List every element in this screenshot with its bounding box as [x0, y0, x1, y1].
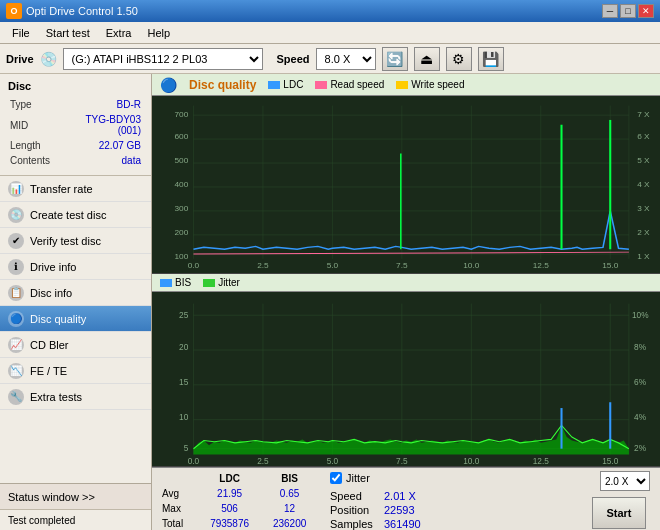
svg-text:5 X: 5 X	[637, 156, 650, 165]
avg-row-label: Avg	[158, 486, 198, 501]
total-row-label: Total	[158, 516, 198, 530]
sidebar-nav: 📊 Transfer rate 💿 Create test disc ✔ Ver…	[0, 176, 151, 483]
svg-text:0.0: 0.0	[188, 456, 200, 467]
nav-disc-info-label: Disc info	[30, 287, 72, 299]
menu-extra[interactable]: Extra	[98, 25, 140, 41]
save-button[interactable]: 💾	[478, 47, 504, 71]
mid-value: TYG-BDY03 (001)	[72, 113, 141, 137]
maximize-button[interactable]: □	[620, 4, 636, 18]
position-value: 22593	[384, 504, 415, 516]
disc-info-panel: Disc Type BD-R MID TYG-BDY03 (001) Lengt…	[0, 74, 151, 176]
nav-extra-tests[interactable]: 🔧 Extra tests	[0, 384, 151, 410]
bis-chart: 5 10 15 20 25 2% 4% 6% 8% 10% 0.0 2.5 5.…	[152, 292, 660, 467]
nav-disc-quality[interactable]: 🔵 Disc quality	[0, 306, 151, 332]
svg-text:500: 500	[174, 156, 188, 165]
svg-text:20: 20	[179, 342, 188, 353]
svg-text:3 X: 3 X	[637, 204, 650, 213]
svg-text:2%: 2%	[634, 443, 646, 454]
svg-text:5.0: 5.0	[327, 456, 339, 467]
write-speed-color	[396, 81, 408, 89]
mid-label: MID	[10, 113, 70, 137]
svg-text:0.0: 0.0	[188, 262, 200, 271]
status-window-button[interactable]: Status window >>	[0, 484, 151, 510]
speed-label: Speed	[277, 53, 310, 65]
svg-text:300: 300	[174, 204, 188, 213]
svg-text:4%: 4%	[634, 411, 646, 422]
disc-quality-title: Disc quality	[189, 78, 256, 92]
nav-transfer-rate-label: Transfer rate	[30, 183, 93, 195]
menu-file[interactable]: File	[4, 25, 38, 41]
menu-help[interactable]: Help	[139, 25, 178, 41]
sidebar: Disc Type BD-R MID TYG-BDY03 (001) Lengt…	[0, 74, 152, 530]
disc-quality-icon: 🔵	[8, 311, 24, 327]
refresh-button[interactable]: 🔄	[382, 47, 408, 71]
bis-col-header: BIS	[261, 471, 318, 486]
position-label: Position	[330, 504, 380, 516]
read-speed-select[interactable]: 2.0 X	[600, 471, 650, 491]
minimize-button[interactable]: ─	[602, 4, 618, 18]
bis-color	[160, 279, 172, 287]
type-label: Type	[10, 98, 70, 111]
nav-create-test-disc[interactable]: 💿 Create test disc	[0, 202, 151, 228]
total-ldc-value: 7935876	[198, 516, 261, 530]
svg-text:15.0: 15.0	[602, 262, 619, 271]
nav-create-label: Create test disc	[30, 209, 106, 221]
speed-start-col: 2.0 X Start	[588, 471, 654, 530]
speed-select[interactable]: 8.0 X	[316, 48, 376, 70]
nav-transfer-rate[interactable]: 📊 Transfer rate	[0, 176, 151, 202]
nav-fe-te-label: FE / TE	[30, 365, 67, 377]
nav-drive-info[interactable]: ℹ Drive info	[0, 254, 151, 280]
position-row: Position 22593	[330, 504, 421, 516]
cd-bler-icon: 📈	[8, 337, 24, 353]
bis-legend-label: BIS	[175, 277, 191, 288]
speed-stat-label: Speed	[330, 490, 380, 502]
right-stats: Jitter Speed 2.01 X Position 22593 S	[322, 471, 584, 530]
avg-bis-value: 0.65	[261, 486, 318, 501]
nav-cd-bler[interactable]: 📈 CD Bler	[0, 332, 151, 358]
test-completed: Test completed	[0, 510, 151, 530]
svg-text:100: 100	[174, 252, 188, 261]
drive-icon: 💿	[40, 51, 57, 67]
svg-text:10.0: 10.0	[463, 456, 479, 467]
max-ldc-value: 506	[198, 501, 261, 516]
nav-verify-test-disc[interactable]: ✔ Verify test disc	[0, 228, 151, 254]
nav-drive-info-label: Drive info	[30, 261, 76, 273]
disc-quality-icon-header: 🔵	[160, 77, 177, 93]
disc-info-icon: 📋	[8, 285, 24, 301]
transfer-rate-icon: 📊	[8, 181, 24, 197]
start-button[interactable]: Start	[592, 497, 646, 529]
jitter-legend: Jitter	[203, 277, 240, 288]
svg-text:7.5: 7.5	[396, 456, 408, 467]
jitter-color	[203, 279, 215, 287]
svg-text:7.5: 7.5	[396, 262, 408, 271]
svg-rect-40	[152, 292, 660, 466]
drive-label: Drive	[6, 53, 34, 65]
avg-ldc-value: 21.95	[198, 486, 261, 501]
menu-start-test[interactable]: Start test	[38, 25, 98, 41]
svg-text:15: 15	[179, 377, 188, 388]
nav-disc-info[interactable]: 📋 Disc info	[0, 280, 151, 306]
jitter-checkbox-label: Jitter	[346, 472, 370, 484]
jitter-legend-label: Jitter	[218, 277, 240, 288]
svg-text:2.5: 2.5	[257, 262, 269, 271]
eject-button[interactable]: ⏏	[414, 47, 440, 71]
jitter-checkbox[interactable]	[330, 472, 342, 484]
type-value: BD-R	[72, 98, 141, 111]
nav-verify-label: Verify test disc	[30, 235, 101, 247]
bis-jitter-legend: BIS Jitter	[152, 274, 660, 292]
nav-fe-te[interactable]: 📉 FE / TE	[0, 358, 151, 384]
svg-text:10.0: 10.0	[463, 262, 480, 271]
svg-text:15.0: 15.0	[602, 456, 618, 467]
main-layout: Disc Type BD-R MID TYG-BDY03 (001) Lengt…	[0, 74, 660, 530]
svg-text:8%: 8%	[634, 342, 646, 353]
svg-text:700: 700	[174, 110, 188, 119]
close-button[interactable]: ✕	[638, 4, 654, 18]
window-controls: ─ □ ✕	[602, 4, 654, 18]
settings-button[interactable]: ⚙	[446, 47, 472, 71]
drive-select[interactable]: (G:) ATAPI iHBS112 2 PL03	[63, 48, 263, 70]
ldc-chart-svg: 100 200 300 400 500 600 700 1 X 2 X 3 X …	[152, 96, 660, 273]
titlebar: O Opti Drive Control 1.50 ─ □ ✕	[0, 0, 660, 22]
svg-text:10: 10	[179, 411, 188, 422]
test-completed-label: Test completed	[8, 515, 75, 526]
speed-stat-value: 2.01 X	[384, 490, 416, 502]
